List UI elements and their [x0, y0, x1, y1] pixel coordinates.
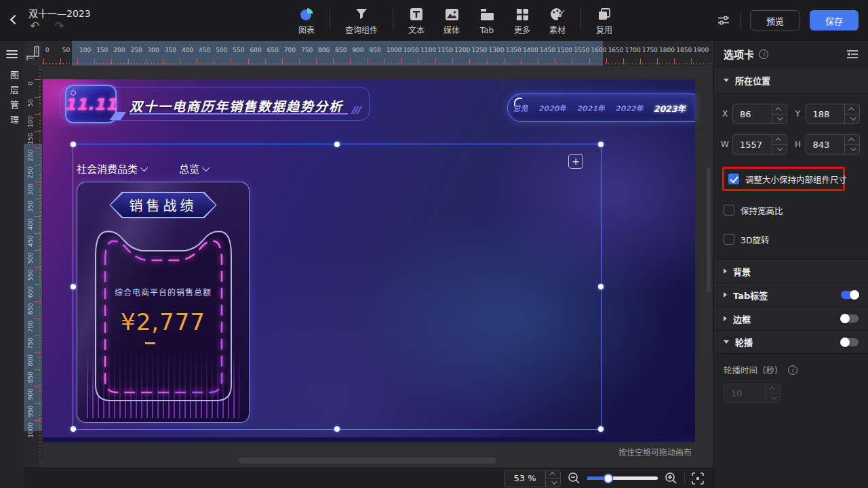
section-tab-label[interactable]: Tab标签 [714, 283, 868, 306]
carousel-step-up[interactable] [766, 384, 780, 394]
checkbox-icon[interactable] [724, 205, 734, 216]
tool-more[interactable]: 更多 [505, 5, 540, 37]
resize-handle-bottom-right[interactable] [598, 426, 604, 432]
layers-menu-icon[interactable] [6, 50, 18, 59]
carousel-toggle[interactable] [841, 338, 859, 346]
preview-button[interactable]: 预览 [750, 10, 800, 30]
horizontal-scrollbar[interactable] [239, 458, 496, 464]
fit-to-screen-icon[interactable] [692, 472, 704, 485]
zoom-stepper [545, 470, 560, 487]
tab-2022[interactable]: 2022年 [615, 102, 644, 113]
ruler-icon [26, 46, 40, 61]
y-step-up[interactable] [845, 104, 859, 115]
x-step-up[interactable] [772, 104, 787, 115]
sales-card-subtitle: 综合电商平台的销售总额 [77, 286, 249, 298]
palette-icon [550, 6, 565, 22]
h-ruler-minor-ticks [42, 63, 712, 64]
caret-icon [724, 292, 727, 298]
h-field: H 843 [794, 134, 861, 155]
zoom-step-down[interactable] [546, 479, 560, 487]
resize-handle-bottom-middle[interactable] [334, 426, 340, 432]
checkbox-icon[interactable] [728, 174, 739, 184]
checkbox-icon[interactable] [724, 234, 734, 245]
redo-icon[interactable]: ↷ [54, 19, 64, 33]
tab-2023[interactable]: 2023年 [654, 102, 686, 115]
tool-chart[interactable]: 图表 [289, 5, 324, 37]
resize-handle-top-right[interactable] [598, 142, 604, 147]
tool-tab[interactable]: Tab [469, 5, 505, 37]
carousel-time-input[interactable]: 10 [724, 384, 781, 403]
tab-label-toggle[interactable] [841, 291, 859, 299]
resize-handle-bottom-left[interactable] [71, 426, 76, 432]
inspector-title: 选项卡 [724, 47, 754, 61]
w-field: W 1557 [721, 134, 787, 155]
toolbar-divider [330, 9, 330, 29]
back-button[interactable] [5, 11, 23, 30]
tab-2021[interactable]: 2021年 [576, 102, 605, 113]
layers-sidebar: 图层管理 [0, 41, 24, 488]
tool-reuse[interactable]: 复用 [587, 5, 622, 37]
dashboard-title: 双十一电商历年销售数据趋势分析 [130, 96, 343, 115]
tool-media[interactable]: 媒体 [434, 5, 469, 37]
info-icon[interactable]: i [788, 365, 797, 375]
h-input[interactable]: 843 [806, 134, 861, 155]
horizontal-ruler[interactable]: 0501001502002503003504004505005506006507… [42, 41, 712, 66]
tool-query-component[interactable]: 查询组件 [336, 5, 387, 37]
y-step-down[interactable] [845, 115, 859, 124]
h-step-up[interactable] [845, 135, 859, 145]
resize-handle-middle-left[interactable] [71, 284, 76, 289]
tab-2020[interactable]: 2020年 [538, 102, 567, 113]
zoom-out-icon[interactable] [568, 472, 580, 485]
save-button[interactable]: 保存 [810, 10, 859, 30]
w-input[interactable]: 1557 [732, 134, 787, 155]
layers-sidebar-label[interactable]: 图层管理 [7, 70, 20, 130]
zoom-percent-input[interactable]: 53 % [504, 470, 561, 487]
zoom-step-up[interactable] [546, 470, 560, 479]
vertical-scrollbar[interactable] [707, 167, 711, 293]
x-input[interactable]: 86 [732, 104, 787, 124]
canvas-viewport[interactable]: 11.11 双十一电商历年销售数据趋势分析 /// 总览 2020年 2021年… [42, 66, 712, 468]
border-toggle[interactable] [841, 314, 859, 323]
keep-inner-size-checkbox[interactable]: 调整大小保持内部组件尺寸 [726, 171, 842, 187]
overview-dropdown[interactable]: 总览 [179, 161, 210, 176]
zoom-percent-value[interactable]: 53 % [505, 470, 545, 487]
keep-aspect-ratio-checkbox[interactable]: 保持宽高比 [714, 200, 868, 220]
dashboard-canvas[interactable]: 11.11 双十一电商历年销售数据趋势分析 /// 总览 2020年 2021年… [43, 79, 695, 442]
section-background[interactable]: 背景 [714, 259, 868, 283]
tab-bar-corner-decoration [514, 98, 522, 106]
info-icon[interactable]: i [759, 49, 768, 59]
pie-chart-icon [299, 6, 314, 22]
add-component-button[interactable]: + [568, 154, 583, 169]
section-border[interactable]: 边框 [714, 306, 868, 330]
zoom-in-icon[interactable] [665, 472, 677, 485]
sales-card-title-badge: 销售战绩 [101, 192, 226, 218]
rotate-3d-checkbox[interactable]: 3D旋转 [714, 229, 868, 249]
filter-row: 社会消费品类 总览 [77, 161, 210, 176]
filter-icon [355, 6, 368, 22]
section-position-header[interactable]: 所在位置 [714, 68, 868, 94]
w-step-up[interactable] [772, 135, 787, 145]
statusbar-divider [684, 473, 685, 484]
undo-icon[interactable]: ↶ [30, 19, 39, 33]
zoom-slider[interactable] [587, 476, 658, 480]
h-step-down[interactable] [845, 145, 859, 155]
resize-handle-middle-right[interactable] [598, 284, 604, 289]
resize-handle-top-middle[interactable] [334, 142, 340, 147]
vertical-ruler[interactable]: 0501001502002503003504004505005506006507… [24, 66, 42, 468]
component-toolbar: 图表 查询组件 文本 媒体 Tab [289, 5, 622, 37]
category-dropdown[interactable]: 社会消费品类 [77, 161, 148, 176]
carousel-step-down[interactable] [766, 394, 780, 403]
carousel-time-label: 轮播时间（秒） i [724, 363, 859, 376]
canvas-settings-icon[interactable] [717, 14, 730, 26]
tool-text[interactable]: 文本 [399, 5, 434, 37]
tool-assets[interactable]: 素材 [540, 5, 575, 37]
w-step-down[interactable] [772, 145, 787, 155]
y-input[interactable]: 188 [806, 104, 861, 124]
section-carousel[interactable]: 轮播 [714, 330, 868, 354]
caret-icon [724, 268, 727, 274]
x-step-down[interactable] [772, 115, 787, 124]
collapse-panel-icon[interactable] [846, 49, 859, 59]
zoom-slider-knob[interactable] [604, 473, 614, 483]
resize-handle-top-left[interactable] [71, 142, 76, 147]
top-toolbar: 双十一—2023 ↶ ↷ 图表 查询组件 文本 [0, 0, 868, 41]
